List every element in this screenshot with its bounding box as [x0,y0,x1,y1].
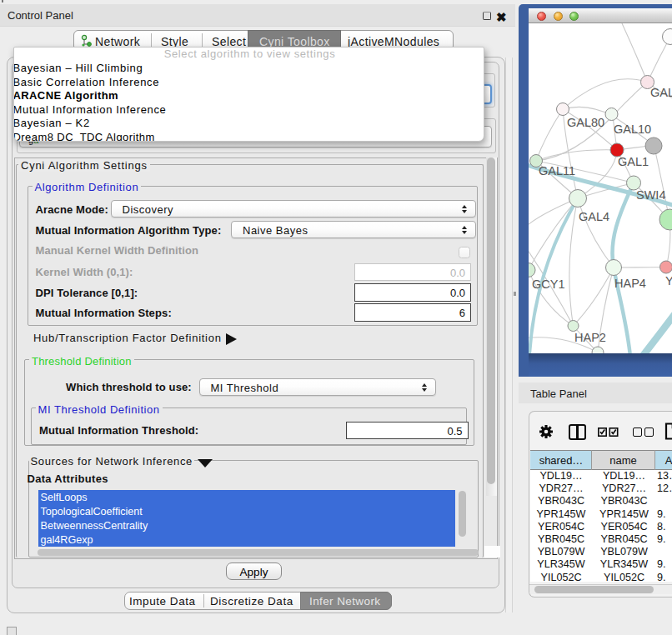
svg-text:GAL80: GAL80 [567,116,604,129]
svg-text:GAL10: GAL10 [614,122,651,136]
svg-text:GAL1: GAL1 [618,155,649,168]
svg-text:GAL: GAL [650,86,672,99]
svg-text:SWI4: SWI4 [636,188,665,202]
svg-text:GAL4: GAL4 [579,210,609,223]
svg-text:HAP4: HAP4 [614,277,646,290]
svg-text:HAP2: HAP2 [574,331,606,344]
svg-text:GAL11: GAL11 [539,164,575,178]
svg-text:Y: Y [665,274,672,288]
svg-text:GCY1: GCY1 [532,278,565,291]
